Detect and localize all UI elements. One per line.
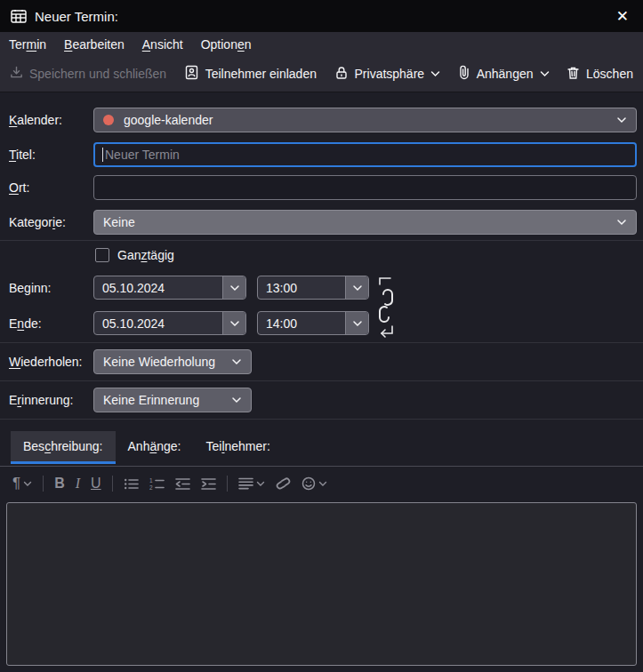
calendar-label: Kalender: — [9, 113, 93, 127]
italic-button[interactable]: I — [76, 476, 80, 492]
repeat-select[interactable]: Keine Wiederholung — [93, 349, 252, 374]
tab-anhaenge[interactable]: Anhänge: — [116, 431, 194, 464]
calendar-row: Kalender: google-kalender — [9, 108, 637, 132]
category-label: Kategorie: — [9, 215, 93, 229]
location-input[interactable] — [93, 175, 637, 200]
start-row: Beginn: 05.10.2024 13:00 — [9, 276, 637, 300]
toolbar-divider — [112, 476, 113, 492]
invite-attendees-button[interactable]: Teilnehmer einladen — [184, 65, 317, 83]
paperclip-icon — [458, 65, 470, 83]
start-time-picker[interactable]: 13:00 — [257, 276, 369, 300]
chevron-down-icon — [616, 219, 627, 226]
delete-button[interactable]: Löschen — [567, 66, 633, 83]
menu-termin[interactable]: Termin — [7, 35, 55, 54]
editor-toolbar: ¶ B I U 1 2 — [0, 467, 643, 499]
allday-checkbox[interactable] — [95, 248, 109, 262]
repeat-select-value: Keine Wiederholung — [103, 355, 215, 369]
category-select-value: Keine — [103, 215, 135, 229]
start-time-value: 13:00 — [258, 276, 345, 299]
text-caret — [102, 148, 103, 162]
indent-button[interactable] — [201, 477, 216, 491]
privacy-menu-button[interactable]: Privatsphäre — [334, 66, 441, 83]
chevron-down-icon[interactable] — [222, 276, 245, 299]
calendar-select[interactable]: google-kalender — [93, 108, 637, 132]
event-toolbar: Speichern und schließen Teilnehmer einla… — [0, 56, 643, 92]
separator — [0, 380, 643, 381]
location-label: Ort: — [9, 180, 93, 195]
datetime-group: Beginn: 05.10.2024 13:00 Ende: 05.10.202… — [0, 276, 643, 335]
title-placeholder: Neuer Termin — [105, 148, 180, 162]
link-start-end-icon[interactable] — [374, 276, 398, 335]
toolbar-divider — [43, 476, 44, 492]
window-titlebar: Neuer Termin: ✕ — [0, 0, 643, 32]
end-time-value: 14:00 — [258, 312, 345, 334]
title-input[interactable]: Neuer Termin — [93, 142, 637, 167]
end-label: Ende: — [9, 316, 93, 331]
tab-beschreibung[interactable]: Beschreibung: — [11, 431, 116, 464]
repeat-label: Wiederholen: — [9, 355, 93, 369]
addressbook-icon — [184, 65, 199, 83]
separator — [0, 419, 643, 420]
svg-text:1: 1 — [149, 477, 153, 484]
reminder-select-value: Keine Erinnerung — [103, 393, 199, 407]
menu-bearbeiten[interactable]: Bearbeiten — [55, 35, 133, 54]
description-textarea[interactable] — [6, 502, 637, 666]
smiley-button[interactable] — [301, 476, 327, 491]
calendar-window-icon — [11, 9, 27, 23]
save-close-button[interactable]: Speichern und schließen — [10, 66, 166, 82]
menu-optionen[interactable]: Optionen — [192, 35, 261, 54]
chevron-down-icon[interactable] — [345, 312, 368, 334]
chevron-down-icon — [540, 70, 550, 77]
chevron-down-icon[interactable] — [222, 312, 245, 334]
category-select[interactable]: Keine — [93, 210, 637, 235]
bold-button[interactable]: B — [54, 476, 65, 492]
outdent-button[interactable] — [175, 477, 190, 491]
category-row: Kategorie: Keine — [9, 210, 637, 235]
chevron-down-icon — [231, 358, 242, 365]
calendar-color-dot — [103, 115, 114, 125]
numbered-list-button[interactable]: 1 2 — [149, 477, 165, 491]
insert-link-button[interactable] — [276, 476, 291, 491]
start-date-value: 05.10.2024 — [94, 276, 222, 299]
chevron-down-icon[interactable] — [345, 276, 368, 299]
paragraph-icon: ¶ — [12, 475, 20, 492]
location-row: Ort: — [9, 175, 637, 200]
start-label: Beginn: — [9, 281, 93, 295]
separator — [0, 240, 643, 241]
align-button[interactable] — [238, 477, 265, 490]
reminder-label: Erinnerung: — [9, 393, 93, 407]
detail-tabs: Beschreibung: Anhänge: Teilnehmer: — [11, 431, 643, 464]
allday-label: Ganztägig — [117, 248, 174, 262]
separator — [0, 342, 643, 343]
chevron-down-icon — [616, 116, 627, 124]
chevron-down-icon — [256, 481, 265, 487]
start-date-picker[interactable]: 05.10.2024 — [93, 276, 246, 300]
event-form: Kalender: google-kalender Titel: Neuer T… — [0, 92, 643, 666]
close-icon[interactable]: ✕ — [613, 5, 632, 28]
tab-teilnehmer[interactable]: Teilnehmer: — [193, 431, 282, 464]
bullet-list-button[interactable] — [124, 477, 139, 491]
title-label: Titel: — [9, 148, 93, 162]
reminder-select[interactable]: Keine Erinnerung — [93, 388, 252, 412]
allday-row: Ganztägig — [95, 247, 643, 263]
end-date-value: 05.10.2024 — [94, 312, 222, 334]
chevron-down-icon — [231, 396, 242, 404]
attach-menu-button[interactable]: Anhängen — [458, 65, 550, 83]
calendar-select-value: google-kalender — [124, 113, 213, 127]
reminder-row: Erinnerung: Keine Erinnerung — [9, 388, 637, 412]
lock-icon — [334, 66, 349, 83]
toolbar-divider — [227, 476, 228, 492]
repeat-row: Wiederholen: Keine Wiederholung — [9, 349, 637, 374]
menu-ansicht[interactable]: Ansicht — [133, 35, 192, 54]
chevron-down-icon — [430, 70, 440, 77]
end-time-picker[interactable]: 14:00 — [257, 311, 369, 335]
menubar: Termin Bearbeiten Ansicht Optionen — [0, 32, 643, 56]
save-icon — [10, 66, 23, 82]
chevron-down-icon — [318, 481, 327, 487]
chevron-down-icon — [23, 481, 32, 487]
underline-button[interactable]: U — [91, 476, 101, 492]
end-date-picker[interactable]: 05.10.2024 — [93, 311, 246, 335]
svg-text:2: 2 — [149, 484, 153, 491]
end-row: Ende: 05.10.2024 14:00 — [9, 311, 637, 335]
paragraph-style-button[interactable]: ¶ — [12, 475, 32, 492]
